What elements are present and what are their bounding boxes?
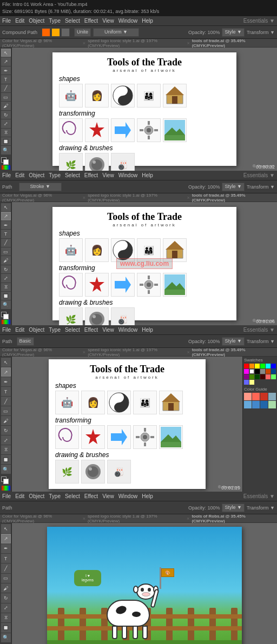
- color-btn-gray[interactable]: [61, 28, 70, 37]
- menu-select[interactable]: Select: [65, 18, 80, 24]
- menu-help[interactable]: Help: [142, 18, 153, 24]
- scale-tool[interactable]: ⤢: [1, 119, 11, 128]
- menu-window-2[interactable]: Window: [118, 172, 138, 178]
- scale-tool-3[interactable]: ⤢: [1, 435, 11, 445]
- type-tool-3[interactable]: T: [1, 387, 11, 396]
- menu-file[interactable]: File: [2, 18, 11, 24]
- menu-window-4[interactable]: Window: [118, 493, 138, 499]
- uniform-select[interactable]: Uniform ▼: [93, 28, 139, 37]
- menu-type-2[interactable]: Type: [49, 172, 61, 178]
- menu-object-2[interactable]: Object: [29, 172, 44, 178]
- swatch-navy[interactable]: [271, 369, 276, 374]
- menu-effect-4[interactable]: Effect: [84, 493, 98, 499]
- direct-select-tool-2[interactable]: ↗: [1, 212, 11, 220]
- blend-tool[interactable]: ⧖: [1, 129, 11, 137]
- stroke-select-2[interactable]: Stroke ▼: [19, 183, 62, 191]
- eyedropper-tool-2[interactable]: 🔲: [1, 292, 11, 300]
- direct-select-tool-4[interactable]: ↗: [1, 534, 11, 543]
- pen-tool-2[interactable]: ✒: [1, 221, 11, 229]
- unite-btn[interactable]: Unite: [74, 28, 91, 37]
- menu-help-4[interactable]: Help: [142, 493, 153, 499]
- eyedropper-tool-3[interactable]: 🔲: [1, 455, 11, 464]
- scale-tool-4[interactable]: ⤢: [1, 603, 11, 613]
- direct-select-tool[interactable]: ↗: [1, 57, 11, 65]
- swatch-red[interactable]: [244, 364, 249, 368]
- menu-view-3[interactable]: View: [102, 327, 114, 333]
- swatch-cyan[interactable]: [266, 364, 271, 368]
- color-mode-icon[interactable]: [2, 165, 10, 170]
- cg-8[interactable]: [268, 401, 276, 408]
- select-tool-2[interactable]: ↖: [1, 203, 11, 211]
- menu-object-4[interactable]: Object: [29, 493, 44, 499]
- swatch-magenta[interactable]: [244, 369, 249, 374]
- brush-tool[interactable]: 🖌: [1, 102, 11, 110]
- rect-tool-4[interactable]: ▭: [1, 574, 11, 583]
- rect-tool[interactable]: ▭: [1, 93, 11, 101]
- menu-file-2[interactable]: File: [2, 172, 11, 178]
- eyedropper-tool[interactable]: 🔲: [1, 137, 11, 145]
- rotate-tool-3[interactable]: ↻: [1, 426, 11, 435]
- blend-tool-3[interactable]: ⧖: [1, 445, 11, 454]
- menu-window[interactable]: Window: [118, 18, 138, 24]
- swatch-black[interactable]: [255, 369, 260, 374]
- menu-effect[interactable]: Effect: [84, 18, 98, 24]
- swatch-lightred[interactable]: [266, 374, 271, 379]
- select-tool-3[interactable]: ↖: [1, 358, 11, 367]
- essentials-dropdown-3[interactable]: Essentials ▼: [243, 327, 275, 333]
- menu-edit[interactable]: Edit: [15, 18, 24, 24]
- type-tool[interactable]: T: [1, 75, 11, 83]
- scale-tool-2[interactable]: ⤢: [1, 274, 11, 282]
- type-tool-4[interactable]: T: [1, 554, 11, 563]
- cg-3[interactable]: [260, 393, 268, 400]
- color-btn-yellow[interactable]: [51, 28, 60, 37]
- style-select-4[interactable]: Style ▼: [222, 504, 244, 512]
- zoom-tool[interactable]: 🔍: [1, 146, 11, 154]
- menu-window-3[interactable]: Window: [118, 327, 138, 333]
- rotate-tool[interactable]: ↻: [1, 111, 11, 119]
- swatch-blue[interactable]: [271, 364, 276, 368]
- cg-5[interactable]: [244, 401, 252, 408]
- cg-6[interactable]: [252, 401, 260, 408]
- brush-tool-2[interactable]: 🖌: [1, 256, 11, 264]
- swatch-lightgreen[interactable]: [271, 374, 276, 379]
- swatch-lightyellow[interactable]: [249, 380, 254, 385]
- fill-stroke-icon-2[interactable]: [1, 312, 11, 318]
- line-tool[interactable]: ╱: [1, 84, 11, 92]
- brush-tool-3[interactable]: 🖌: [1, 416, 11, 425]
- menu-edit-2[interactable]: Edit: [15, 172, 24, 178]
- swatch-lightblue[interactable]: [244, 380, 249, 385]
- swatch-purple[interactable]: [244, 374, 249, 379]
- rotate-tool-4[interactable]: ↻: [1, 593, 11, 602]
- cg-4[interactable]: [268, 393, 276, 400]
- swatch-yellow[interactable]: [255, 364, 260, 368]
- color-mode-icon-2[interactable]: [2, 320, 10, 324]
- blend-tool-2[interactable]: ⧖: [1, 283, 11, 291]
- eyedropper-tool-4[interactable]: 🔲: [1, 623, 11, 632]
- zoom-tool-2[interactable]: 🔍: [1, 300, 11, 308]
- menu-edit-4[interactable]: Edit: [15, 493, 24, 499]
- menu-view-4[interactable]: View: [102, 493, 114, 499]
- essentials-dropdown-2[interactable]: Essentials ▼: [243, 172, 275, 178]
- pen-tool[interactable]: ✒: [1, 66, 11, 75]
- style-select-3[interactable]: Style ▼: [222, 337, 244, 346]
- type-tool-2[interactable]: T: [1, 230, 11, 238]
- zoom-tool-4[interactable]: 🔍: [1, 633, 11, 642]
- menu-type-3[interactable]: Type: [49, 327, 61, 333]
- essentials-dropdown-4[interactable]: Essentials ▼: [243, 493, 275, 499]
- menu-file-4[interactable]: File: [2, 493, 11, 499]
- line-tool-3[interactable]: ╱: [1, 397, 11, 406]
- color-btn-orange[interactable]: [42, 28, 50, 37]
- rect-tool-2[interactable]: ▭: [1, 247, 11, 256]
- menu-view-2[interactable]: View: [102, 172, 114, 178]
- swatch-brown[interactable]: [266, 369, 271, 374]
- swatch-green[interactable]: [260, 364, 265, 368]
- menu-effect-3[interactable]: Effect: [84, 327, 98, 333]
- menu-type-4[interactable]: Type: [49, 493, 61, 499]
- menu-help-2[interactable]: Help: [142, 172, 153, 178]
- rect-tool-3[interactable]: ▭: [1, 406, 11, 415]
- swatch-gray[interactable]: [260, 369, 265, 374]
- select-tool[interactable]: ↖: [1, 49, 11, 57]
- line-tool-2[interactable]: ╱: [1, 239, 11, 247]
- blend-tool-4[interactable]: ⧖: [1, 613, 11, 622]
- brush-tool-4[interactable]: 🖌: [1, 583, 11, 593]
